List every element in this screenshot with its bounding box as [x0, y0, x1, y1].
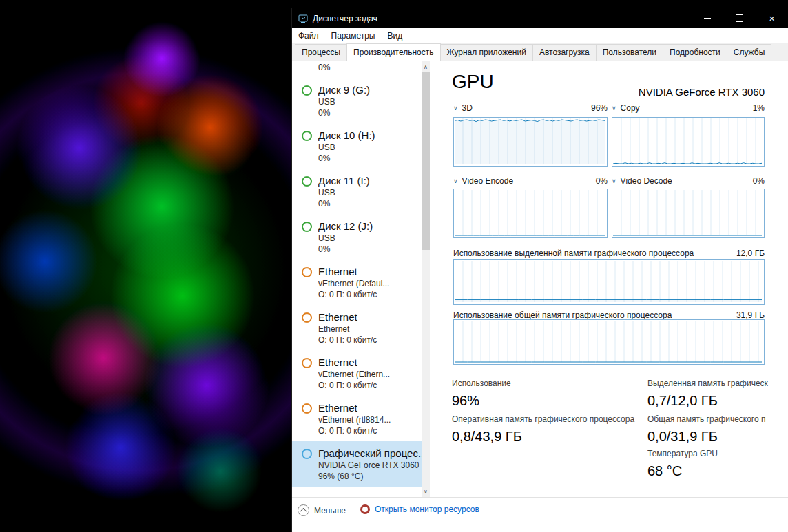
performance-sidebar: 0% Диск 9 (G:) USB 0% Диск 10 (H:) USB 0…: [292, 61, 422, 497]
menu-file[interactable]: Файл: [292, 28, 325, 43]
chart-header-copy: ∨ Copy 1%: [612, 103, 765, 114]
sidebar-item-gpu[interactable]: Графический процес... NVIDIA GeForce RTX…: [292, 441, 422, 487]
chart-video-decode: [612, 189, 765, 238]
tab-app-history[interactable]: Журнал приложений: [440, 44, 533, 61]
maximize-button[interactable]: [723, 8, 756, 28]
chart-3d: [453, 117, 608, 167]
chart-value: 1%: [753, 103, 765, 113]
tab-details[interactable]: Подробности: [663, 44, 727, 61]
stat-gpu-temperature: Температура GPU 68 °C: [647, 449, 718, 480]
menu-view[interactable]: Вид: [381, 28, 408, 43]
stat-gpu-ram: Оперативная память графического процессо…: [452, 414, 634, 446]
chart-header-video-encode: ∨ Video Encode 0%: [453, 175, 608, 187]
tab-strip: Процессы Производительность Журнал прило…: [292, 43, 788, 61]
tab-services[interactable]: Службы: [727, 44, 771, 61]
minimize-button[interactable]: [691, 8, 723, 28]
chart-video-encode: [453, 189, 608, 238]
gpu-name: NVIDIA GeForce RTX 3060: [639, 86, 765, 98]
gpu-usage-ring-icon: [302, 449, 312, 459]
fewer-details-label: Меньше: [314, 506, 346, 515]
sidebar-item-ethernet-2[interactable]: Ethernet Ethernet О: 0 П: 0 кбит/с: [292, 305, 422, 350]
sidebar-item-partial[interactable]: 0%: [292, 61, 422, 78]
stat-dedicated-memory: Выделенная память графическ 0,7/12,0 ГБ: [647, 379, 768, 410]
stat-shared-memory: Общая память графического п 0,0/31,9 ГБ: [647, 414, 766, 446]
chart-value: 0%: [753, 176, 765, 186]
chart-shared-memory: [453, 319, 765, 365]
sidebar-item-disk-9[interactable]: Диск 9 (G:) USB 0%: [292, 78, 422, 123]
scroll-down-icon[interactable]: ∨: [422, 486, 430, 497]
menu-bar: Файл Параметры Вид: [292, 28, 788, 43]
task-manager-icon: [298, 14, 308, 23]
close-button[interactable]: ×: [756, 8, 788, 28]
sidebar-item-ethernet-3[interactable]: Ethernet vEthernet (Ethern... О: 0 П: 0 …: [292, 350, 422, 396]
performance-content: 0% Диск 9 (G:) USB 0% Диск 10 (H:) USB 0…: [292, 61, 788, 497]
task-manager-window: Диспетчер задач × Файл Параметры Вид Про…: [292, 8, 788, 532]
disk-usage-ring-icon: [302, 85, 312, 96]
ethernet-usage-ring-icon: [302, 358, 312, 368]
tab-startup[interactable]: Автозагрузка: [532, 44, 597, 61]
close-icon: ×: [769, 14, 774, 23]
fewer-details-button[interactable]: Меньше: [298, 504, 346, 516]
sidebar-item-disk-12[interactable]: Диск 12 (J:) USB 0%: [292, 214, 422, 259]
chart-header-video-decode: ∨ Video Decode 0%: [612, 175, 765, 187]
open-resource-monitor-link[interactable]: Открыть монитор ресурсов: [360, 504, 479, 514]
menu-options[interactable]: Параметры: [325, 28, 382, 43]
disk-usage-ring-icon: [302, 222, 312, 232]
desktop: Диспетчер задач × Файл Параметры Вид Про…: [0, 0, 788, 532]
sidebar-item-disk-10[interactable]: Диск 10 (H:) USB 0%: [292, 123, 422, 169]
disk-usage-ring-icon: [302, 131, 312, 141]
chevron-up-icon: [298, 504, 309, 516]
gpu-panel: GPU NVIDIA GeForce RTX 3060 ∨ 3D 96% ∨ C…: [430, 61, 788, 497]
stat-usage: Использование 96%: [452, 379, 511, 410]
tab-users[interactable]: Пользователи: [596, 44, 663, 61]
chart-dedicated-memory: [453, 259, 765, 305]
page-title: GPU: [452, 71, 494, 93]
footer-divider: [353, 504, 353, 516]
chart-header-3d: ∨ 3D 96%: [453, 103, 608, 114]
title-bar[interactable]: Диспетчер задач ×: [292, 8, 788, 28]
sidebar-item-ethernet-4[interactable]: Ethernet vEthernet (rtl8814... О: 0 П: 0…: [292, 396, 422, 441]
footer-bar: Меньше Открыть монитор ресурсов: [292, 497, 788, 532]
chart-value: 12,0 ГБ: [736, 248, 765, 258]
tab-processes[interactable]: Процессы: [295, 44, 347, 61]
tab-performance[interactable]: Производительность: [346, 43, 440, 61]
scroll-up-icon[interactable]: ∧: [422, 61, 430, 72]
chart-label: 3D: [462, 103, 473, 113]
chart-header-dedicated-memory: Использование выделенной памяти графичес…: [453, 248, 765, 259]
sidebar-item-disk-11[interactable]: Диск 11 (I:) USB 0%: [292, 169, 422, 214]
window-controls: ×: [691, 8, 788, 28]
sidebar-scrollbar[interactable]: ∧ ∨: [422, 61, 430, 497]
resource-monitor-icon: [360, 504, 370, 514]
chart-copy: [612, 117, 765, 167]
disk-usage-ring-icon: [302, 176, 312, 187]
resource-monitor-label: Открыть монитор ресурсов: [375, 504, 479, 514]
chart-value: 96%: [591, 103, 608, 113]
chart-label: Использование выделенной памяти графичес…: [453, 248, 694, 258]
chevron-down-icon[interactable]: ∨: [453, 105, 458, 111]
sidebar-item-ethernet-1[interactable]: Ethernet vEthernet (Defaul... О: 0 П: 0 …: [292, 259, 422, 305]
ethernet-usage-ring-icon: [302, 312, 312, 323]
chart-label: Video Encode: [462, 176, 514, 186]
ethernet-usage-ring-icon: [302, 267, 312, 277]
scrollbar-thumb[interactable]: [422, 72, 430, 250]
chart-label: Использование общей памяти графического …: [453, 310, 672, 320]
chart-label: Copy: [621, 103, 640, 113]
minimize-icon: [704, 18, 711, 19]
chevron-down-icon[interactable]: ∨: [612, 105, 616, 111]
chart-value: 31,9 ГБ: [736, 310, 765, 320]
chart-label: Video Decode: [621, 176, 672, 186]
chevron-down-icon[interactable]: ∨: [612, 178, 616, 184]
chevron-down-icon[interactable]: ∨: [453, 178, 458, 184]
chart-value: 0%: [596, 176, 608, 186]
maximize-icon: [736, 14, 743, 22]
window-title: Диспетчер задач: [313, 14, 377, 23]
ethernet-usage-ring-icon: [302, 403, 312, 414]
